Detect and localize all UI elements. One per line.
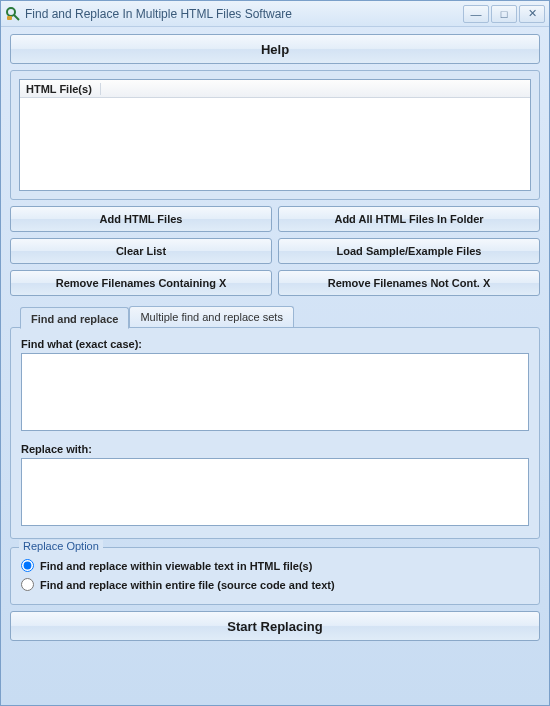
window-title: Find and Replace In Multiple HTML Files … <box>25 7 461 21</box>
remove-not-containing-button[interactable]: Remove Filenames Not Cont. X <box>278 270 540 296</box>
radio-row-viewable: Find and replace within viewable text in… <box>21 556 529 575</box>
tab-multiple-sets[interactable]: Multiple find and replace sets <box>129 306 293 327</box>
start-replacing-button[interactable]: Start Replacing <box>10 611 540 641</box>
file-list-panel: HTML File(s) <box>10 70 540 200</box>
svg-point-0 <box>7 8 15 16</box>
button-row-2: Clear List Load Sample/Example Files <box>10 238 540 264</box>
clear-list-button[interactable]: Clear List <box>10 238 272 264</box>
find-what-label: Find what (exact case): <box>21 338 529 350</box>
add-html-files-button[interactable]: Add HTML Files <box>10 206 272 232</box>
close-button[interactable]: ✕ <box>519 5 545 23</box>
tab-find-replace[interactable]: Find and replace <box>20 307 129 329</box>
tabs-container: Find and replace Multiple find and repla… <box>10 306 540 539</box>
find-what-input[interactable] <box>21 353 529 431</box>
tab-panel-find-replace: Find what (exact case): Replace with: <box>10 327 540 539</box>
tabs-header: Find and replace Multiple find and repla… <box>20 306 540 327</box>
remove-containing-button[interactable]: Remove Filenames Containing X <box>10 270 272 296</box>
radio-viewable-text[interactable] <box>21 559 34 572</box>
radio-entire-label[interactable]: Find and replace within entire file (sou… <box>40 579 335 591</box>
help-button[interactable]: Help <box>10 34 540 64</box>
radio-viewable-label[interactable]: Find and replace within viewable text in… <box>40 560 312 572</box>
replace-option-fieldset: Replace Option Find and replace within v… <box>10 547 540 605</box>
button-row-1: Add HTML Files Add All HTML Files In Fol… <box>10 206 540 232</box>
app-window: Find and Replace In Multiple HTML Files … <box>0 0 550 706</box>
svg-line-1 <box>14 15 19 20</box>
replace-option-legend: Replace Option <box>19 540 103 552</box>
load-sample-button[interactable]: Load Sample/Example Files <box>278 238 540 264</box>
replace-with-label: Replace with: <box>21 443 529 455</box>
radio-entire-file[interactable] <box>21 578 34 591</box>
app-icon <box>5 6 21 22</box>
minimize-button[interactable]: — <box>463 5 489 23</box>
maximize-button[interactable]: □ <box>491 5 517 23</box>
replace-with-input[interactable] <box>21 458 529 526</box>
file-list-column-header[interactable]: HTML File(s) <box>26 83 101 95</box>
titlebar: Find and Replace In Multiple HTML Files … <box>1 1 549 27</box>
file-list-header: HTML File(s) <box>20 80 530 98</box>
add-all-in-folder-button[interactable]: Add All HTML Files In Folder <box>278 206 540 232</box>
radio-row-entire: Find and replace within entire file (sou… <box>21 575 529 594</box>
file-list[interactable]: HTML File(s) <box>19 79 531 191</box>
button-row-3: Remove Filenames Containing X Remove Fil… <box>10 270 540 296</box>
content-area: Help HTML File(s) Add HTML Files Add All… <box>1 27 549 705</box>
svg-rect-2 <box>7 16 12 20</box>
